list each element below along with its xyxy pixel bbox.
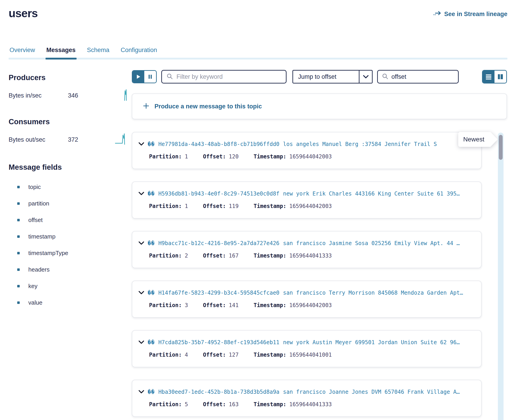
field-label: headers — [28, 266, 50, 273]
message-value-preview: san francisco Jasmine Sosa 025256 Emily … — [283, 240, 460, 247]
field-label: key — [28, 283, 37, 290]
message-head: �� H14fa67fe-5823-4299-b3c4-595845cfcae0… — [139, 290, 475, 296]
consumers-heading: Consumers — [9, 117, 132, 126]
offset-label: Offset: — [203, 302, 226, 308]
message-head: �� Hba30eed7-1edc-452b-8b1a-738d3b5d8a9a… — [139, 389, 475, 395]
message-head: �� H7cda825b-35b7-4952-88ef-c193d546eb11… — [139, 339, 475, 345]
timestamp-label: Timestamp: — [254, 352, 286, 358]
play-button[interactable] — [132, 71, 144, 82]
list-view-button[interactable] — [483, 71, 494, 83]
expand-chevron-icon[interactable] — [139, 390, 144, 394]
field-label: value — [28, 299, 42, 306]
field-label: partition — [28, 200, 49, 207]
message-key: H9bacc71c-b12c-4216-8e95-2a7da727e426 — [158, 240, 279, 247]
timestamp-value: 1659644041333 — [289, 401, 332, 408]
message-fields-heading: Message fields — [9, 163, 132, 172]
key-glyph: �� — [148, 339, 155, 345]
key-glyph: �� — [148, 191, 155, 197]
jump-to-offset-value: Jump to offset — [293, 71, 359, 83]
partition-value: 4 — [185, 352, 188, 358]
tab-configuration[interactable]: Configuration — [120, 47, 158, 60]
message-row[interactable]: �� H5936db81-b943-4e0f-8c29-74513e0c0d8f… — [132, 181, 482, 219]
timestamp-label: Timestamp: — [254, 302, 286, 308]
view-mode-toggle — [482, 70, 507, 83]
field-item-headers[interactable]: headers — [9, 261, 132, 278]
message-row[interactable]: �� H9bacc71c-b12c-4216-8e95-2a7da727e426… — [132, 231, 482, 268]
timestamp-value: 1659644041001 — [289, 352, 332, 358]
field-bullet-icon — [17, 219, 20, 221]
message-meta: Partition:1 Offset:119 Timestamp:1659644… — [139, 203, 475, 209]
message-value-preview: new york Erik Charles 443166 King Center… — [283, 191, 460, 197]
partition-value: 1 — [185, 153, 188, 160]
tab-messages[interactable]: Messages — [46, 47, 77, 60]
partition-label: Partition: — [149, 153, 182, 160]
offset-value: 141 — [229, 302, 239, 308]
scrollbar-track[interactable] — [498, 133, 504, 420]
field-item-offset[interactable]: offset — [9, 212, 132, 228]
field-item-timestamp[interactable]: timestamp — [9, 228, 132, 245]
produce-message-button[interactable]: Produce a new message to this topic — [132, 93, 507, 119]
chevron-down-icon — [359, 71, 372, 83]
tab-overview[interactable]: Overview — [9, 47, 36, 60]
key-glyph: �� — [148, 389, 155, 395]
expand-chevron-icon[interactable] — [139, 341, 144, 344]
bytes-out-metric: Bytes out/sec 372 — [9, 133, 131, 147]
timestamp-label: Timestamp: — [254, 203, 286, 209]
message-key: He77981da-4a43-48ab-b8f8-cb71b96ffdd0 — [158, 141, 279, 147]
produce-message-label: Produce a new message to this topic — [154, 103, 262, 110]
field-label: timestamp — [28, 233, 55, 240]
message-meta: Partition:5 Offset:163 Timestamp:1659644… — [139, 401, 475, 408]
timestamp-label: Timestamp: — [254, 153, 286, 160]
expand-chevron-icon[interactable] — [139, 241, 144, 245]
field-item-value[interactable]: value — [9, 294, 132, 311]
expand-chevron-icon[interactable] — [139, 291, 144, 295]
offset-label: Offset: — [203, 153, 226, 160]
producers-heading: Producers — [9, 73, 132, 82]
field-bullet-icon — [17, 252, 20, 254]
search-icon — [167, 73, 173, 80]
stream-lineage-link[interactable]: See in Stream lineage — [433, 10, 507, 18]
expand-chevron-icon[interactable] — [139, 192, 144, 195]
partition-label: Partition: — [149, 401, 182, 408]
filter-input[interactable] — [177, 73, 281, 80]
field-item-timestampType[interactable]: timestampType — [9, 245, 132, 261]
jump-to-offset-select[interactable]: Jump to offset — [293, 70, 373, 83]
pause-button[interactable] — [144, 71, 156, 82]
topic-page: users See in Stream lineage Overview Mes… — [0, 0, 516, 420]
bytes-out-label: Bytes out/sec — [9, 136, 68, 143]
bytes-in-value: 346 — [68, 92, 78, 99]
bytes-out-value: 372 — [68, 136, 78, 143]
split-view-button[interactable] — [494, 71, 506, 83]
field-bullet-icon — [17, 268, 20, 271]
field-item-topic[interactable]: topic — [9, 179, 132, 195]
field-item-partition[interactable]: partition — [9, 195, 132, 212]
message-meta: Partition:3 Offset:141 Timestamp:1659644… — [139, 302, 475, 308]
message-meta: Partition:4 Offset:127 Timestamp:1659644… — [139, 352, 475, 358]
field-label: topic — [28, 184, 41, 191]
message-row[interactable]: �� He77981da-4a43-48ab-b8f8-cb71b96ffdd0… — [132, 132, 482, 169]
message-value-preview: san francisco Terry Morrison 845068 Mend… — [283, 290, 463, 296]
message-meta: Partition:2 Offset:167 Timestamp:1659644… — [139, 253, 475, 259]
bytes-in-label: Bytes in/sec — [9, 92, 68, 99]
message-row[interactable]: �� H14fa67fe-5823-4299-b3c4-595845cfcae0… — [132, 281, 482, 318]
expand-chevron-icon[interactable] — [139, 142, 144, 146]
offset-value: 167 — [229, 253, 239, 259]
field-label: timestampType — [28, 250, 68, 257]
message-fields-list: topic partition offset timestamp timesta… — [9, 179, 132, 311]
key-glyph: �� — [148, 240, 155, 247]
offset-value: 119 — [229, 203, 239, 209]
field-item-key[interactable]: key — [9, 278, 132, 294]
message-row[interactable]: �� H7cda825b-35b7-4952-88ef-c193d546eb11… — [132, 330, 482, 367]
message-list: �� He77981da-4a43-48ab-b8f8-cb71b96ffdd0… — [132, 132, 482, 417]
message-row[interactable]: �� Hba30eed7-1edc-452b-8b1a-738d3b5d8a9a… — [132, 380, 482, 417]
offset-label: Offset: — [203, 352, 226, 358]
tab-schema[interactable]: Schema — [86, 47, 110, 60]
message-key: H5936db81-b943-4e0f-8c29-74513e0c0d8f — [158, 191, 279, 197]
message-head: �� H5936db81-b943-4e0f-8c29-74513e0c0d8f… — [139, 191, 475, 197]
timestamp-value: 1659644042003 — [289, 203, 332, 209]
scrollbar-thumb[interactable] — [499, 135, 503, 160]
offset-search-input[interactable] — [391, 73, 472, 80]
messages-toolbar: Jump to offset — [132, 70, 507, 84]
bytes-in-metric: Bytes in/sec 346 — [9, 89, 131, 103]
message-key: H7cda825b-35b7-4952-88ef-c193d546eb11 — [158, 339, 279, 345]
